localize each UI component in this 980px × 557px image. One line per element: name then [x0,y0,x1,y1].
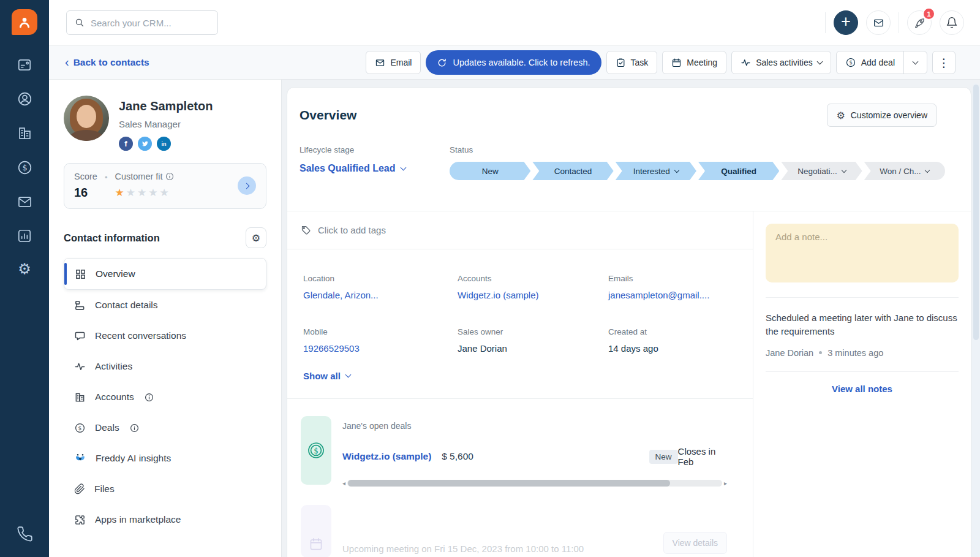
activity-pulse-icon [741,58,751,68]
field-value: Jane Dorian [458,343,608,354]
nav-item-freddy-ai-insights[interactable]: Freddy AI insights [64,443,266,474]
deal-name-link[interactable]: Widgetz.io (sample) [342,451,442,462]
settings-icon[interactable]: ⚙ [18,262,31,276]
dashboard-icon[interactable] [17,57,32,73]
nav-item-apps-marketplace[interactable]: Apps in marketplace [64,504,266,535]
phone-icon[interactable] [17,526,33,542]
contact-avatar[interactable] [64,96,109,141]
nav-item-files[interactable]: Files [64,474,266,504]
accounts-icon[interactable] [17,125,33,142]
nav-item-recent-conversations[interactable]: Recent conversations [64,320,266,351]
back-to-contacts-link[interactable]: ‹ Back to contacts [65,56,149,69]
nav-item-contact-details[interactable]: Contact details [64,290,266,320]
notifications-button[interactable] [940,10,964,35]
stage-qualified[interactable]: Qualified [698,162,779,180]
whats-new-button[interactable]: 1 [907,10,932,35]
stage-interested[interactable]: Interested [616,162,696,180]
info-icon[interactable] [145,393,154,402]
chevron-down-icon [345,372,351,378]
field-label: Location [303,274,458,283]
scrollbar-track[interactable] [347,480,722,487]
linkedin-icon[interactable]: in [157,137,171,151]
field-label: Sales owner [458,327,608,336]
status-label: Status [450,145,945,154]
customize-overview-button[interactable]: ⚙ Customize overview [827,104,937,127]
task-button[interactable]: Task [606,51,658,74]
field-value-link[interactable]: Widgetz.io (sample) [458,290,608,300]
scroll-left-arrow[interactable]: ◂ [342,480,345,487]
note-timestamp: 3 minutes ago [827,348,883,358]
nav-item-activities[interactable]: Activities [64,351,266,382]
chevron-left-icon: ‹ [65,55,69,69]
chevron-down-icon [842,167,846,172]
overview-main-column: Click to add tags Location Glendale, Ari… [287,211,753,557]
overview-card: Overview ⚙ Customize overview Lifecycle … [287,87,971,557]
inbox-button[interactable] [866,10,891,35]
email-button[interactable]: Email [366,51,421,74]
nav-label: Activities [95,361,132,372]
search-input[interactable] [91,18,201,28]
lifecycle-stage-value: Sales Qualified Lead [300,163,396,174]
deal-stage-badge: New [649,450,678,464]
field-label: Created at [608,327,734,336]
scrollbar-thumb[interactable] [348,480,670,487]
scrollbar-thumb[interactable] [973,85,979,340]
global-search[interactable] [66,10,218,35]
chat-bubble-icon [74,330,86,342]
score-label: Score [74,172,97,181]
nav-item-overview[interactable]: Overview [64,258,266,290]
email-icon[interactable] [17,194,33,210]
app-sidebar: $ ⚙ [0,0,49,557]
field-value-link[interactable]: Glendale, Arizon... [303,290,458,300]
twitter-icon[interactable] [138,137,152,151]
content-area: Jane Sampleton Sales Manager f in Score [49,80,980,557]
nav-item-accounts[interactable]: Accounts [64,382,266,412]
star-icon: ★ [148,187,159,199]
paperclip-icon [74,483,85,494]
field-location: Location Glendale, Arizon... [303,274,458,300]
building-icon [74,392,86,403]
add-note-box[interactable] [766,224,959,282]
quick-add-button[interactable]: + [834,10,858,35]
show-all-toggle[interactable]: Show all [303,371,350,381]
field-value-link[interactable]: 19266529503 [303,343,458,354]
freshworks-logo[interactable] [12,9,37,35]
stage-won-churned[interactable]: Won / Ch... [864,162,945,180]
updates-refresh-banner[interactable]: Updates available. Click to refresh. [426,50,601,75]
more-actions-button[interactable]: ⋮ [932,51,956,74]
facebook-icon[interactable]: f [119,137,133,151]
add-deal-dropdown-button[interactable] [903,51,927,74]
vertical-scrollbar[interactable] [972,83,980,557]
stage-new[interactable]: New [450,162,530,180]
deals-icon[interactable]: $ [17,159,33,176]
sales-activities-button[interactable]: Sales activities [731,51,831,74]
contacts-icon[interactable] [17,91,33,107]
nav-item-deals[interactable]: $ Deals [64,412,266,443]
nav-label: Deals [95,422,119,433]
analytics-icon[interactable] [17,228,32,244]
scroll-right-arrow[interactable]: ▸ [724,480,727,487]
view-all-notes-link[interactable]: View all notes [832,384,892,394]
chevron-right-icon [243,183,249,189]
updates-banner-label: Updates available. Click to refresh. [453,58,590,67]
contact-info-settings-button[interactable]: ⚙ [246,227,266,248]
view-details-button[interactable]: View details [663,532,727,554]
meeting-button[interactable]: Meeting [662,51,726,74]
field-value-link[interactable]: janesampleton@gmail.... [608,290,734,300]
freddy-ai-icon [74,452,86,464]
info-icon[interactable] [130,423,139,433]
add-deal-button[interactable]: $ Add deal [837,51,903,74]
stage-contacted[interactable]: Contacted [532,162,613,180]
add-tags-field[interactable]: Click to add tags [287,211,753,249]
notes-panel: Scheduled a meeting later with Jane to d… [753,211,971,557]
info-icon[interactable] [165,172,174,181]
add-note-input[interactable] [766,224,959,282]
note-author: Jane Dorian [766,348,813,358]
lifecycle-stage-dropdown[interactable]: Sales Qualified Lead [300,163,450,174]
chevron-down-icon [674,167,679,172]
score-expand-button[interactable] [238,176,256,195]
note-text: Scheduled a meeting later with Jane to d… [766,311,959,338]
dollar-circle-icon: $ [845,57,856,68]
stage-negotiation[interactable]: Negotiati... [781,162,862,180]
nav-label: Freddy AI insights [96,453,171,464]
